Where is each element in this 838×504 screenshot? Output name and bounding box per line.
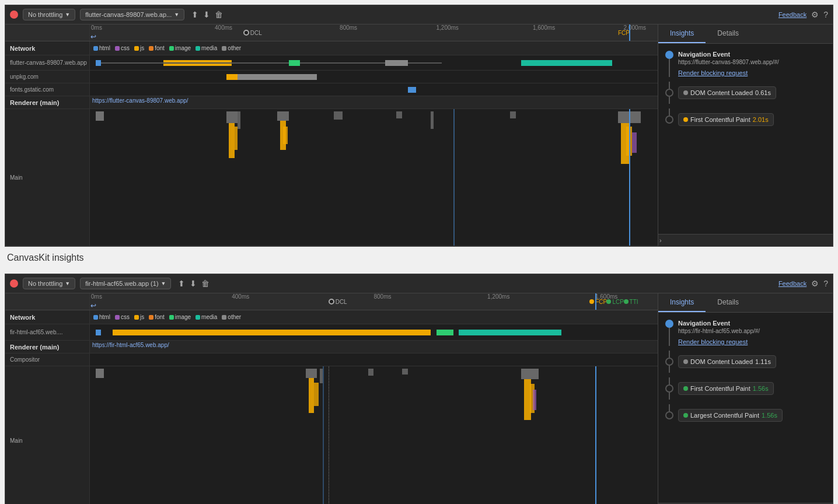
flutter-canvas-label: flutter-canvas-89807.web.app xyxy=(5,55,90,70)
collapse-btn[interactable]: › xyxy=(658,234,833,246)
bottom-nav-event-url: https://fir-html-acf65.web.app/#/ xyxy=(678,328,826,334)
tab-details[interactable]: Details xyxy=(706,24,750,43)
render-blocking-link[interactable]: Render blocking request xyxy=(678,69,748,76)
bottom-lcp-badge: Largest Contentful Paint 1.56s xyxy=(678,409,783,422)
b-ruler-800ms: 800ms xyxy=(374,293,392,300)
dcl-label: DCL xyxy=(250,30,262,36)
ruler-0ms: 0ms xyxy=(91,24,102,31)
toolbar-actions: ⬆ ⬇ 🗑 xyxy=(191,10,223,19)
bottom-settings-icon[interactable]: ⚙ xyxy=(811,279,819,288)
dcl-item: DOM Content Loaded 0.61s xyxy=(665,82,826,104)
top-panel: No throttling ▼ flutter-canvas-89807.web… xyxy=(5,5,833,247)
bottom-upload-icon[interactable]: ⬆ xyxy=(178,279,185,288)
compositor-track xyxy=(90,354,658,366)
main-label: Main xyxy=(5,109,90,246)
bottom-nav-event-title: Navigation Event xyxy=(678,320,826,327)
top-insights-content: Navigation Event https://flutter-canvas-… xyxy=(658,44,833,234)
renderer-url-link[interactable]: https://flutter-canvas-89807.web.app/ xyxy=(90,97,188,104)
bottom-toolbar: No throttling ▼ fir-html-acf65.web.app (… xyxy=(5,274,833,293)
feedback-link[interactable]: Feedback xyxy=(778,11,806,18)
b-ruler-400ms: 400ms xyxy=(232,293,249,300)
bottom-panel-body: 0ms 400ms 800ms 1,200ms 1,600ms DCL FCP xyxy=(5,293,833,504)
ruler-800ms: 800ms xyxy=(340,24,357,31)
bottom-insights-tabs: Insights Details xyxy=(658,293,833,313)
playhead xyxy=(629,24,630,41)
bottom-nav-arrow: ↩ xyxy=(90,302,96,310)
unpkg-track xyxy=(90,71,658,83)
b-ruler-1200ms: 1,200ms xyxy=(487,293,509,300)
settings-icon[interactable]: ⚙ xyxy=(811,10,819,19)
renderer-label: Renderer (main) xyxy=(5,96,90,108)
bottom-feedback-link[interactable]: Feedback xyxy=(778,280,806,287)
bottom-profile-dropdown[interactable]: fir-html-acf65.web.app (1) ▼ xyxy=(80,278,171,289)
bottom-renderer-url-link[interactable]: https://fir-html-acf65.web.app/ xyxy=(90,342,169,348)
bottom-ruler: 0ms 400ms 800ms 1,200ms 1,600ms DCL FCP xyxy=(5,293,658,310)
download-icon[interactable]: ⬇ xyxy=(203,10,210,19)
delete-icon[interactable]: 🗑 xyxy=(215,10,223,19)
bottom-help-icon[interactable]: ? xyxy=(823,279,828,288)
bottom-download-icon[interactable]: ⬇ xyxy=(190,279,197,288)
network-label: Network xyxy=(5,41,90,55)
top-insights-panel: Insights Details Navigation Event https:… xyxy=(658,24,833,246)
unpkg-label: unpkg.com xyxy=(5,71,90,83)
bottom-renderer-label: Renderer (main) xyxy=(5,341,90,353)
top-profile-dropdown[interactable]: flutter-canvas-89807.web.ap... ▼ xyxy=(80,9,184,20)
bottom-nav-event-item: Navigation Event https://fir-html-acf65.… xyxy=(665,320,826,346)
fcp-item: First Contentful Paint 2.01s xyxy=(665,108,826,126)
dcl-badge: DOM Content Loaded 0.61s xyxy=(678,86,776,99)
bottom-tab-insights[interactable]: Insights xyxy=(658,293,706,312)
bottom-main-track xyxy=(90,366,658,504)
bottom-lcp-item: Largest Contentful Paint 1.56s xyxy=(665,404,826,422)
fir-html-label: fir-html-acf65.web.... xyxy=(5,324,90,340)
bottom-renderer-url: https://fir-html-acf65.web.app/ xyxy=(90,341,658,353)
main-track xyxy=(90,109,658,246)
fcp-label: FCP xyxy=(618,30,630,36)
help-icon[interactable]: ? xyxy=(823,10,828,19)
renderer-url-area: https://flutter-canvas-89807.web.app/ xyxy=(90,96,658,108)
bottom-record-button[interactable] xyxy=(10,279,18,288)
bottom-dcl-badge: DOM Content Loaded 1.11s xyxy=(678,355,776,368)
bottom-render-blocking-link[interactable]: Render blocking request xyxy=(678,338,748,345)
nav-event-item: Navigation Event https://flutter-canvas-… xyxy=(665,51,826,77)
flutter-canvas-row: flutter-canvas-89807.web.app xyxy=(5,55,658,71)
bottom-renderer-header: Renderer (main) https://fir-html-acf65.w… xyxy=(5,341,658,354)
bottom-network-legend: html css js font image media other xyxy=(90,310,658,324)
nav-event-url: https://flutter-canvas-89807.web.app/#/ xyxy=(678,59,826,65)
bottom-tab-details[interactable]: Details xyxy=(706,293,750,312)
compositor-row: Compositor xyxy=(5,354,658,366)
fonts-row: fonts.gstatic.com xyxy=(5,83,658,96)
bottom-insights-panel: Insights Details Navigation Event https:… xyxy=(658,293,833,504)
nav-arrow: ↩ xyxy=(90,33,96,41)
record-button[interactable] xyxy=(10,10,18,19)
main-row: Main xyxy=(5,109,658,246)
ruler-1200ms: 1,200ms xyxy=(437,24,459,31)
bottom-network-header: Network html css js font image media oth… xyxy=(5,310,658,324)
upload-icon[interactable]: ⬆ xyxy=(191,10,198,19)
tab-insights[interactable]: Insights xyxy=(658,24,706,43)
fonts-label: fonts.gstatic.com xyxy=(5,83,90,96)
fcp-badge: First Contentful Paint 2.01s xyxy=(678,113,774,126)
bottom-tracks: 0ms 400ms 800ms 1,200ms 1,600ms DCL FCP xyxy=(5,293,658,504)
flutter-canvas-track xyxy=(90,55,658,70)
top-insights-tabs: Insights Details xyxy=(658,24,833,44)
ruler-400ms: 400ms xyxy=(215,24,232,31)
bottom-delete-icon[interactable]: 🗑 xyxy=(201,279,209,288)
bottom-network-label: Network xyxy=(5,310,90,324)
top-toolbar: No throttling ▼ flutter-canvas-89807.web… xyxy=(5,5,833,24)
renderer-header-row: Renderer (main) https://flutter-canvas-8… xyxy=(5,96,658,109)
bottom-main-label: Main xyxy=(5,366,90,504)
fir-html-row: fir-html-acf65.web.... xyxy=(5,324,658,341)
bottom-throttle-dropdown[interactable]: No throttling ▼ xyxy=(23,278,75,289)
bottom-main-row: Main xyxy=(5,366,658,504)
bottom-fcp-badge: First Contentful Paint 1.56s xyxy=(678,382,774,395)
bottom-panel: No throttling ▼ fir-html-acf65.web.app (… xyxy=(5,274,833,504)
network-header-row: Network html css js font image media oth… xyxy=(5,41,658,55)
top-throttle-dropdown[interactable]: No throttling ▼ xyxy=(23,9,75,20)
bottom-insights-content: Navigation Event https://fir-html-acf65.… xyxy=(658,313,833,503)
ruler-1600ms: 1,600ms xyxy=(533,24,555,31)
nav-event-title: Navigation Event xyxy=(678,51,826,58)
bottom-toolbar-actions: ⬆ ⬇ 🗑 xyxy=(178,279,209,288)
b-ruler-0ms: 0ms xyxy=(91,293,102,300)
fonts-track xyxy=(90,83,658,96)
section-title-1: CanvasKit insights xyxy=(0,247,838,269)
